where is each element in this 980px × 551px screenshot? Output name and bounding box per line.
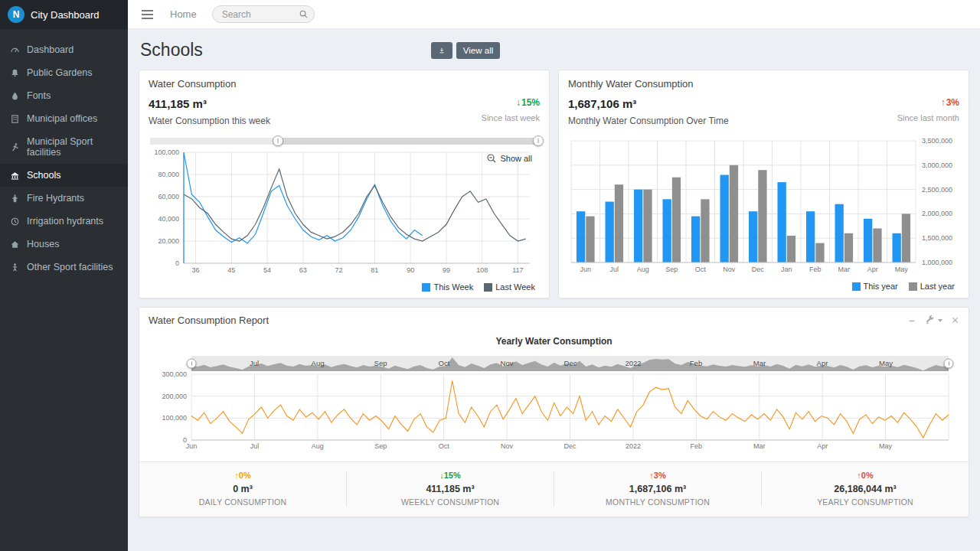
navigator-handle-right[interactable] xyxy=(944,359,954,369)
close-icon xyxy=(951,316,959,324)
logo-letter: N xyxy=(13,9,20,20)
navigator-month-label: Feb xyxy=(690,359,702,367)
sidebar-item-irrigation-hydrants[interactable]: Irrigation hydrants xyxy=(0,210,128,233)
svg-text:Apr: Apr xyxy=(867,266,878,273)
monthly-stats: 1,687,106 m³ Monthly Water Consumption O… xyxy=(568,97,959,126)
svg-text:2,000,000: 2,000,000 xyxy=(922,210,952,217)
stat-value: 411,185 m³ xyxy=(347,484,554,494)
svg-text:200,000: 200,000 xyxy=(162,393,187,400)
svg-text:100,000: 100,000 xyxy=(162,414,187,422)
arrow-up-icon: ↑ xyxy=(649,471,654,480)
navigator-month-label: 2022 xyxy=(625,359,641,367)
sidebar-item-fonts[interactable]: Fonts xyxy=(0,84,128,107)
monthly-delta-note: Since last month xyxy=(897,113,959,122)
sidebar-item-houses[interactable]: Houses xyxy=(0,233,128,256)
navigator-month-label: Sep xyxy=(374,359,387,367)
svg-text:80,000: 80,000 xyxy=(158,171,179,178)
brand[interactable]: N City Dashboard xyxy=(0,0,128,29)
legend-item[interactable]: Last Week xyxy=(484,282,535,292)
sidebar-item-dashboard[interactable]: Dashboard xyxy=(0,38,128,61)
legend-swatch xyxy=(484,283,492,292)
svg-text:Mar: Mar xyxy=(838,266,851,273)
svg-text:Feb: Feb xyxy=(809,266,822,273)
svg-text:2022: 2022 xyxy=(626,442,641,450)
chart-navigator[interactable]: JulAugSepOctNovDec2022FebMarAprMay xyxy=(191,356,949,371)
report-footer: ↑0%0 m³DAILY CONSUMPTION↓15%411,185 m³WE… xyxy=(139,461,969,517)
stat-yearly-consumption: ↑0%26,186,044 m³YEARLY CONSUMPTION xyxy=(761,471,969,507)
view-all-button[interactable]: View all xyxy=(456,42,500,59)
sidebar-item-schools[interactable]: Schools xyxy=(0,164,128,187)
svg-text:May: May xyxy=(895,266,909,273)
menu-toggle-icon[interactable] xyxy=(140,7,155,22)
show-all-button[interactable]: Show all xyxy=(485,152,534,165)
dashboard-icon xyxy=(10,45,20,55)
collapse-button[interactable] xyxy=(907,316,916,325)
navigator-month-label: Dec xyxy=(564,359,577,367)
settings-button[interactable] xyxy=(925,315,942,325)
sidebar-item-label: Fonts xyxy=(27,90,51,101)
sidebar-nav: DashboardPublic GardensFontsMunicipal of… xyxy=(0,29,128,279)
weekly-panel: Water Consumption 411,185 m³ Water Consu… xyxy=(139,70,550,298)
sidebar-item-other-sport-facilities[interactable]: Other Sport facilities xyxy=(0,256,128,279)
close-button[interactable] xyxy=(951,316,959,324)
download-button[interactable] xyxy=(431,42,452,59)
yearly-line-chart: 0100,000200,000300,000JunJulAugSepOctNov… xyxy=(149,371,959,451)
svg-text:Feb: Feb xyxy=(691,442,703,450)
navigator-month-label: Oct xyxy=(439,359,450,367)
svg-text:72: 72 xyxy=(335,266,343,274)
svg-text:0: 0 xyxy=(175,259,179,267)
slider-handle-right[interactable] xyxy=(533,135,544,146)
home-link[interactable]: Home xyxy=(170,8,197,20)
yearly-chart-title: Yearly Water Consumption xyxy=(149,336,959,347)
legend-item[interactable]: This Week xyxy=(422,282,473,292)
sidebar-item-label: Public Gardens xyxy=(27,67,92,78)
svg-text:108: 108 xyxy=(476,266,488,274)
download-icon xyxy=(438,45,446,56)
legend-item[interactable]: Last year xyxy=(909,282,955,291)
stat-value: 26,186,044 m³ xyxy=(762,484,969,494)
topbar: Home xyxy=(128,0,980,29)
slider-handle-left[interactable] xyxy=(273,135,283,146)
house-icon xyxy=(10,240,20,249)
weekly-delta: ↓15% xyxy=(482,97,540,108)
svg-text:20,000: 20,000 xyxy=(158,237,179,245)
sidebar-item-label: Other Sport facilities xyxy=(27,262,113,272)
svg-text:60,000: 60,000 xyxy=(158,193,179,201)
minus-icon xyxy=(907,316,916,325)
sidebar-item-label: Dashboard xyxy=(27,44,74,55)
wrench-icon xyxy=(925,315,935,325)
svg-text:Nov: Nov xyxy=(723,266,736,273)
svg-text:1,000,000: 1,000,000 xyxy=(922,259,952,266)
stat-delta: ↑0% xyxy=(139,471,346,480)
sidebar-item-public-gardens[interactable]: Public Gardens xyxy=(0,61,128,84)
svg-text:Dec: Dec xyxy=(564,442,577,450)
report-header: Water Consumption Report xyxy=(139,308,969,331)
svg-text:Sep: Sep xyxy=(374,442,387,450)
valve-icon xyxy=(10,217,20,227)
range-slider[interactable] xyxy=(150,136,538,145)
sidebar-item-fire-hydrants[interactable]: Fire Hydrants xyxy=(0,187,128,210)
legend-swatch xyxy=(909,282,917,291)
sidebar-item-municipal-offices[interactable]: Municipal offices xyxy=(0,107,128,130)
svg-text:Aug: Aug xyxy=(312,442,324,450)
sidebar-item-label: Municipal offices xyxy=(27,113,97,124)
slider-selected-range[interactable] xyxy=(278,138,538,145)
main-content: Schools View all Water Consumption 411,1… xyxy=(128,29,980,551)
show-all-label: Show all xyxy=(500,154,532,163)
stat-daily-consumption: ↑0%0 m³DAILY CONSUMPTION xyxy=(139,471,346,507)
navigator-handle-left[interactable] xyxy=(187,359,197,369)
legend-label: This year xyxy=(864,282,898,291)
search-icon[interactable] xyxy=(299,9,309,19)
search-box xyxy=(212,5,315,23)
navigator-month-label: Apr xyxy=(817,359,828,367)
svg-text:Apr: Apr xyxy=(817,442,828,450)
sidebar-item-municipal-sport-facilities[interactable]: Municipal Sport facilities xyxy=(0,130,128,164)
zoom-out-icon xyxy=(486,153,497,164)
svg-text:100,000: 100,000 xyxy=(154,148,179,156)
navigator-month-label: May xyxy=(879,359,893,367)
svg-text:Sep: Sep xyxy=(665,266,678,273)
legend-label: This Week xyxy=(433,282,473,292)
droplet-icon xyxy=(10,91,20,101)
legend-item[interactable]: This year xyxy=(852,282,898,291)
sidebar: N City Dashboard DashboardPublic Gardens… xyxy=(0,0,128,551)
